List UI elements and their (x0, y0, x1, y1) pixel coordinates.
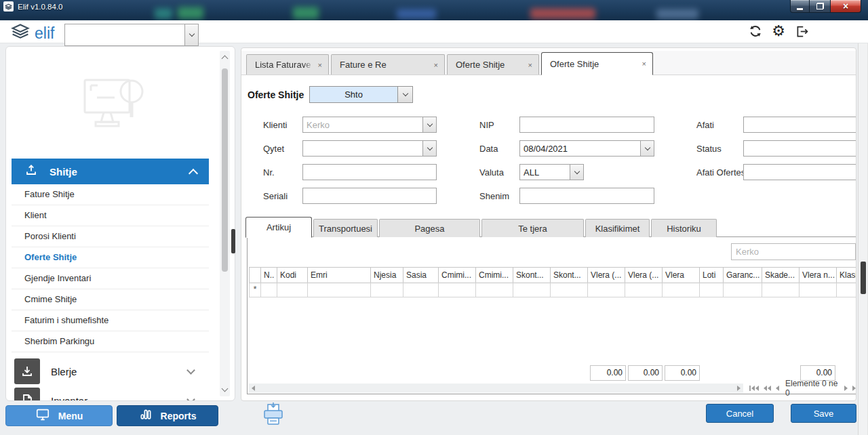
grid-cell[interactable] (371, 283, 403, 297)
data-input[interactable] (520, 141, 640, 156)
tab-lista-faturave[interactable]: Lista Faturave te S × (246, 54, 329, 75)
tab-artikuj[interactable]: Artikuj (245, 217, 312, 238)
afati-ofertes-input[interactable] (743, 164, 856, 180)
sidebar-item-oferte-shitje[interactable]: Oferte Shitje (12, 247, 209, 268)
scroll-right-icon[interactable] (737, 386, 741, 391)
new-row-marker[interactable]: * (250, 283, 261, 297)
grid-cell[interactable] (700, 283, 724, 297)
sidebar-section-blerje[interactable]: Blerje (12, 356, 209, 386)
column-header-loti[interactable]: Loti (700, 268, 724, 283)
grid-cell[interactable] (837, 283, 856, 297)
left-panel-splitter-handle[interactable] (231, 229, 235, 253)
grid-cell[interactable] (663, 283, 700, 297)
grid-cell[interactable] (724, 283, 762, 297)
grid-cell[interactable] (476, 283, 513, 297)
pager-first-button[interactable] (749, 386, 759, 391)
restore-button[interactable] (810, 0, 831, 13)
pager-next-button[interactable] (844, 386, 848, 391)
pager-prev-page-button[interactable] (764, 386, 771, 391)
sidebar-section-shitje[interactable]: Shitje (12, 159, 209, 184)
grid-horizontal-scrollbar[interactable] (249, 384, 743, 393)
column-header-kodi[interactable]: Kodi (277, 268, 308, 283)
tab-close-icon[interactable]: × (642, 60, 646, 68)
valuta-input[interactable] (520, 165, 570, 180)
reports-button[interactable]: Reports (117, 405, 218, 426)
column-header-skont-1[interactable]: Skont... (513, 268, 551, 283)
cancel-button[interactable]: Cancel (706, 404, 774, 423)
sidebar-item-porosi-klienti[interactable]: Porosi Klienti (12, 226, 209, 247)
column-header-skade[interactable]: Skade... (762, 268, 800, 283)
column-header-vlera-n[interactable]: Vlera n... (800, 268, 837, 283)
tab-klasifikimet[interactable]: Klasifikimet (585, 219, 650, 237)
tab-te-tjera[interactable]: Te tjera (481, 219, 584, 237)
pager-last-button[interactable] (852, 386, 856, 391)
grid-cell[interactable] (261, 283, 277, 297)
klienti-dropdown-button[interactable] (422, 117, 436, 132)
save-button[interactable]: Save (791, 404, 856, 423)
grid-cell[interactable] (551, 283, 588, 297)
settings-button[interactable]: ⚙ (770, 23, 787, 39)
shenim-input[interactable] (519, 188, 654, 204)
nr-input[interactable] (302, 164, 437, 180)
data-dropdown-button[interactable] (640, 141, 654, 156)
sidebar-section-inventar[interactable]: Inventar (12, 386, 209, 401)
quick-select-dropdown-button[interactable] (184, 24, 198, 45)
menu-button[interactable]: Menu (5, 405, 113, 426)
scroll-down-icon[interactable] (222, 386, 229, 392)
tab-oferte-shitje-1[interactable]: Oferte Shitje × (447, 54, 539, 75)
logout-button[interactable] (793, 23, 810, 39)
grid-search-input[interactable] (731, 243, 856, 260)
column-header-skont-2[interactable]: Skont... (551, 268, 588, 283)
status-input[interactable] (743, 140, 856, 157)
grid-cell[interactable] (762, 283, 800, 297)
column-header-vlera-2[interactable]: Vlera (... (625, 268, 663, 283)
grid-cell[interactable] (800, 283, 837, 297)
column-header-vlera[interactable]: Vlera (663, 268, 700, 283)
nip-input[interactable] (519, 117, 654, 133)
column-header-garanc[interactable]: Garanc... (724, 268, 762, 283)
close-button[interactable]: × (831, 0, 861, 13)
column-header-vlera-1[interactable]: Vlera (... (588, 268, 625, 283)
qytet-dropdown-button[interactable] (422, 141, 436, 156)
afati-input[interactable] (743, 117, 856, 133)
scroll-up-icon[interactable] (222, 56, 229, 62)
window-titlebar[interactable]: Elif v1.0.84.0 × (0, 0, 868, 20)
klienti-input[interactable] (303, 117, 422, 132)
sidebar-item-faturim-i-shumefishte[interactable]: Faturim i shumefishte (12, 310, 209, 331)
grid-cell[interactable] (513, 283, 551, 297)
column-header-cmimi-1[interactable]: Cmimi... (439, 268, 476, 283)
sidebar-item-gjendje-inventari[interactable]: Gjendje Inventari (12, 268, 209, 289)
sidebar-item-fature-shitje[interactable]: Fature Shitje (12, 184, 209, 205)
grid-cell[interactable] (308, 283, 371, 297)
shto-button-label[interactable]: Shto (310, 87, 397, 102)
sidebar-item-sherbim-parkingu[interactable]: Sherbim Parkingu (12, 331, 209, 352)
column-header-sasia[interactable]: Sasia (403, 268, 439, 283)
print-button[interactable] (262, 402, 285, 426)
tab-historiku[interactable]: Historiku (651, 219, 717, 237)
refresh-button[interactable] (747, 23, 764, 39)
column-header-selector[interactable] (250, 268, 261, 283)
minimize-button[interactable] (790, 0, 810, 13)
grid-cell[interactable] (277, 283, 308, 297)
valuta-dropdown-button[interactable] (570, 165, 583, 180)
grid-cell[interactable] (439, 283, 476, 297)
column-header-emri[interactable]: Emri (308, 268, 371, 283)
grid-cell[interactable] (403, 283, 439, 297)
shto-split-button[interactable]: Shto (309, 86, 413, 103)
tab-fature-e-re[interactable]: Fature e Re × (331, 54, 445, 75)
tab-pagesa[interactable]: Pagesa (379, 219, 480, 237)
seriali-input[interactable] (302, 188, 437, 204)
tab-transportuesi[interactable]: Transportuesi (313, 219, 378, 237)
tab-close-icon[interactable]: × (318, 61, 322, 69)
column-header-klasi[interactable]: Klasi (837, 268, 856, 283)
shto-dropdown-button[interactable] (397, 87, 412, 102)
sidebar-scrollbar[interactable] (220, 51, 230, 396)
scroll-left-icon[interactable] (252, 386, 255, 391)
tab-oferte-shitje-2[interactable]: Oferte Shitje × (541, 52, 653, 75)
tab-close-icon[interactable]: × (528, 61, 532, 69)
column-header-njesia[interactable]: Njesia (371, 268, 403, 283)
sidebar-scrollbar-thumb[interactable] (222, 68, 228, 272)
column-header-n[interactable]: N.. (261, 268, 277, 283)
pager-prev-button[interactable] (776, 386, 779, 391)
grid-cell[interactable] (625, 283, 663, 297)
